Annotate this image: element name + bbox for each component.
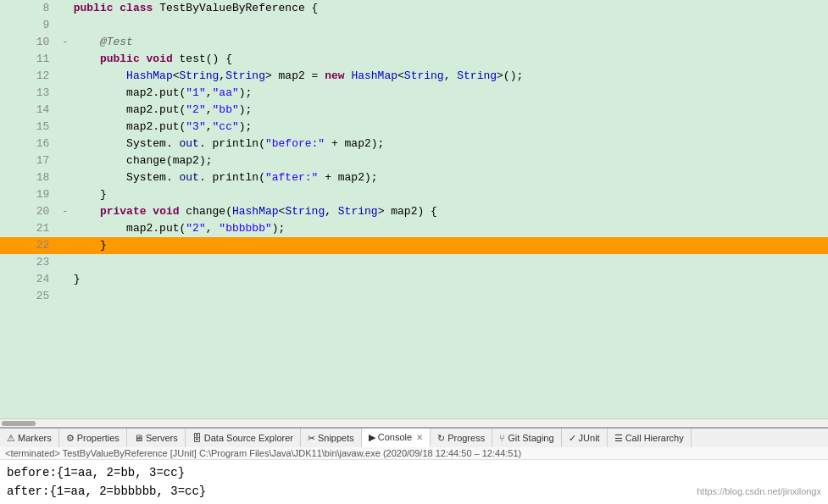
line-number: 20 bbox=[0, 203, 56, 220]
line-minus bbox=[56, 288, 69, 305]
horizontal-scrollbar[interactable] bbox=[0, 418, 828, 427]
line-number: 11 bbox=[0, 51, 56, 68]
tab-label-progress: Progress bbox=[447, 433, 485, 443]
tab-label-snippets: Snippets bbox=[318, 433, 354, 443]
line-number: 18 bbox=[0, 169, 56, 186]
tab-markers[interactable]: ⚠Markers bbox=[0, 429, 59, 447]
code-line-19: 19 } bbox=[0, 186, 828, 203]
code-line-23: 23 bbox=[0, 254, 828, 271]
line-code: map2.put("2", "bbbbbb"); bbox=[70, 220, 828, 237]
line-code: public class TestByValueByReference { bbox=[70, 0, 828, 17]
line-code: } bbox=[70, 271, 828, 288]
code-line-10: 10- @Test bbox=[0, 34, 828, 51]
callhier-icon: ☰ bbox=[614, 433, 623, 444]
tab-gitstaging[interactable]: ⑂Git Staging bbox=[492, 429, 561, 447]
line-minus bbox=[56, 17, 69, 34]
line-number: 22 bbox=[0, 237, 56, 254]
tab-progress[interactable]: ↻Progress bbox=[431, 429, 492, 447]
junit-icon: ✓ bbox=[569, 433, 576, 444]
line-minus bbox=[56, 119, 69, 136]
tab-label-gitstaging: Git Staging bbox=[508, 433, 553, 443]
tab-console[interactable]: ▶Console✕ bbox=[362, 429, 431, 447]
datasource-icon: 🗄 bbox=[192, 433, 202, 443]
line-minus bbox=[56, 102, 69, 119]
code-line-15: 15 map2.put("3","cc"); bbox=[0, 119, 828, 136]
tab-label-markers: Markers bbox=[18, 433, 52, 443]
servers-icon: 🖥 bbox=[134, 433, 143, 443]
markers-icon: ⚠ bbox=[7, 433, 15, 444]
console-status: <terminated> TestByValueByReference [JUn… bbox=[0, 447, 828, 460]
code-line-22: 22 } bbox=[0, 237, 828, 254]
line-minus bbox=[56, 85, 69, 102]
tab-close-button[interactable]: ✕ bbox=[416, 433, 423, 442]
tab-label-callhier: Call Hierarchy bbox=[625, 433, 684, 443]
line-minus bbox=[56, 169, 69, 186]
line-code: @Test bbox=[70, 34, 828, 51]
code-table: 8public class TestByValueByReference {9 … bbox=[0, 0, 828, 305]
line-code: System. out. println("after:" + map2); bbox=[70, 169, 828, 186]
code-line-8: 8public class TestByValueByReference { bbox=[0, 0, 828, 17]
line-number: 13 bbox=[0, 85, 56, 102]
line-code: change(map2); bbox=[70, 152, 828, 169]
tab-servers[interactable]: 🖥Servers bbox=[127, 429, 186, 447]
line-minus bbox=[56, 186, 69, 203]
code-scroll-area[interactable]: 8public class TestByValueByReference {9 … bbox=[0, 0, 828, 418]
line-number: 17 bbox=[0, 152, 56, 169]
line-minus bbox=[56, 254, 69, 271]
line-minus bbox=[56, 271, 69, 288]
code-line-24: 24} bbox=[0, 271, 828, 288]
tab-junit[interactable]: ✓JUnit bbox=[562, 429, 608, 447]
code-line-11: 11 public void test() { bbox=[0, 51, 828, 68]
properties-icon: ⚙ bbox=[66, 433, 75, 444]
tab-label-junit: JUnit bbox=[579, 433, 600, 443]
line-minus bbox=[56, 0, 69, 17]
line-minus bbox=[56, 136, 69, 152]
console-line-1: before:{1=aa, 2=bb, 3=cc} bbox=[7, 463, 821, 482]
line-number: 10 bbox=[0, 34, 56, 51]
code-editor: 8public class TestByValueByReference {9 … bbox=[0, 0, 828, 427]
line-number: 9 bbox=[0, 17, 56, 34]
line-number: 24 bbox=[0, 271, 56, 288]
tab-label-console: Console bbox=[378, 432, 412, 442]
tab-properties[interactable]: ⚙Properties bbox=[59, 429, 127, 447]
code-line-14: 14 map2.put("2","bb"); bbox=[0, 102, 828, 119]
line-code: System. out. println("before:" + map2); bbox=[70, 136, 828, 152]
console-icon: ▶ bbox=[369, 432, 375, 443]
tab-label-datasource: Data Source Explorer bbox=[204, 433, 293, 443]
line-code: } bbox=[70, 237, 828, 254]
line-code: HashMap<String,String> map2 = new HashMa… bbox=[70, 68, 828, 85]
line-code: } bbox=[70, 186, 828, 203]
tab-label-properties: Properties bbox=[77, 433, 119, 443]
line-number: 19 bbox=[0, 186, 56, 203]
line-number: 15 bbox=[0, 119, 56, 136]
line-number: 12 bbox=[0, 68, 56, 85]
line-number: 8 bbox=[0, 0, 56, 17]
code-line-21: 21 map2.put("2", "bbbbbb"); bbox=[0, 220, 828, 237]
tab-snippets[interactable]: ✂Snippets bbox=[301, 429, 362, 447]
line-code: map2.put("2","bb"); bbox=[70, 102, 828, 119]
line-code: map2.put("1","aa"); bbox=[70, 85, 828, 102]
line-minus bbox=[56, 237, 69, 254]
line-code: map2.put("3","cc"); bbox=[70, 119, 828, 136]
code-line-25: 25 bbox=[0, 288, 828, 305]
line-code bbox=[70, 254, 828, 271]
code-line-18: 18 System. out. println("after:" + map2)… bbox=[0, 169, 828, 186]
console-panel: <terminated> TestByValueByReference [JUn… bbox=[0, 447, 828, 504]
tab-callhier[interactable]: ☰Call Hierarchy bbox=[608, 429, 692, 447]
line-number: 23 bbox=[0, 254, 56, 271]
line-minus bbox=[56, 68, 69, 85]
hscroll-thumb[interactable] bbox=[2, 421, 36, 426]
line-code bbox=[70, 17, 828, 34]
line-minus bbox=[56, 220, 69, 237]
line-number: 14 bbox=[0, 102, 56, 119]
line-minus bbox=[56, 51, 69, 68]
code-line-17: 17 change(map2); bbox=[0, 152, 828, 169]
bottom-tab-bar: ⚠Markers⚙Properties🖥Servers🗄Data Source … bbox=[0, 427, 828, 447]
line-number: 16 bbox=[0, 136, 56, 152]
tab-label-servers: Servers bbox=[146, 433, 178, 443]
line-minus: - bbox=[56, 203, 69, 220]
git-icon: ⑂ bbox=[499, 433, 505, 443]
tab-datasource[interactable]: 🗄Data Source Explorer bbox=[186, 429, 301, 447]
line-code: private void change(HashMap<String, Stri… bbox=[70, 203, 828, 220]
line-number: 25 bbox=[0, 288, 56, 305]
